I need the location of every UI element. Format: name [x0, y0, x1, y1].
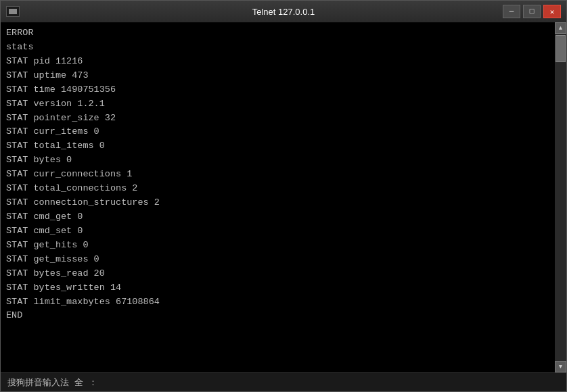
window-icon-inner [9, 9, 17, 14]
terminal-line: STAT curr_connections 1 [6, 168, 549, 182]
terminal-line: STAT bytes 0 [6, 153, 549, 168]
terminal-line: STAT limit_maxbytes 67108864 [6, 295, 549, 310]
terminal-line: STAT cmd_set 0 [6, 224, 549, 239]
titlebar-left [6, 6, 20, 17]
window-title: Telnet 127.0.0.1 [252, 7, 315, 17]
terminal-line: STAT pid 11216 [6, 55, 549, 69]
terminal-line: STAT bytes_written 14 [6, 281, 549, 295]
window-icon [6, 6, 20, 17]
terminal-line: stats [6, 41, 549, 55]
close-button[interactable]: ✕ [543, 5, 561, 18]
maximize-button[interactable]: □ [523, 5, 541, 18]
titlebar: Telnet 127.0.0.1 ─ □ ✕ [1, 1, 566, 22]
terminal-wrapper: ERRORstatsSTAT pid 11216STAT uptime 473S… [1, 22, 566, 372]
terminal-line: STAT curr_items 0 [6, 125, 549, 139]
terminal-line: END [6, 309, 549, 323]
terminal-line: STAT uptime 473 [6, 69, 549, 83]
titlebar-controls: ─ □ ✕ [503, 5, 561, 18]
terminal-line: STAT get_hits 0 [6, 239, 549, 253]
main-window: Telnet 127.0.0.1 ─ □ ✕ ERRORstatsSTAT pi… [0, 0, 567, 392]
statusbar: 搜狗拼音输入法 全 ： [1, 372, 566, 391]
scrollbar-thumb[interactable] [555, 35, 566, 62]
scrollbar-up-arrow[interactable]: ▲ [555, 22, 566, 34]
terminal-line: STAT total_items 0 [6, 139, 549, 153]
terminal-line: STAT bytes_read 20 [6, 267, 549, 281]
statusbar-text: 搜狗拼音输入法 全 ： [7, 376, 97, 389]
scrollbar: ▲ ▼ [555, 22, 566, 372]
terminal-line: STAT version 1.2.1 [6, 97, 549, 112]
terminal-line: STAT get_misses 0 [6, 253, 549, 267]
terminal-line: STAT time 1490751356 [6, 83, 549, 97]
scrollbar-track[interactable] [555, 34, 566, 361]
terminal-line: STAT connection_structures 2 [6, 196, 549, 210]
minimize-button[interactable]: ─ [503, 5, 520, 18]
terminal-line: STAT cmd_get 0 [6, 210, 549, 224]
terminal-content[interactable]: ERRORstatsSTAT pid 11216STAT uptime 473S… [1, 22, 555, 372]
terminal-line: ERROR [6, 26, 549, 41]
scrollbar-down-arrow[interactable]: ▼ [555, 361, 566, 372]
terminal-line: STAT pointer_size 32 [6, 112, 549, 126]
terminal-line: STAT total_connections 2 [6, 182, 549, 196]
